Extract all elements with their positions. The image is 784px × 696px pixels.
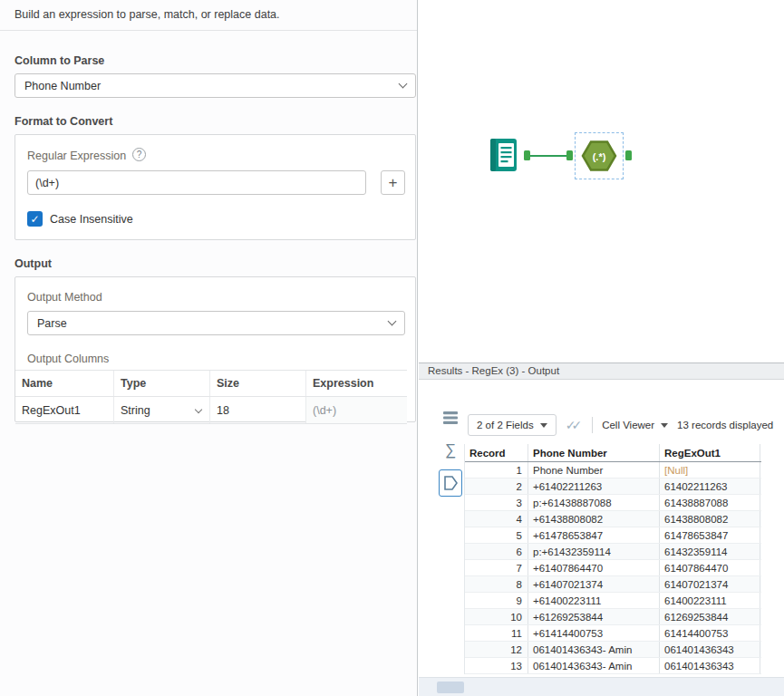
record-number-cell[interactable]: 3 bbox=[465, 495, 528, 510]
phone-number-cell[interactable]: 061401436343- Amin bbox=[528, 642, 660, 657]
record-number-cell[interactable]: 13 bbox=[465, 658, 528, 673]
caret-down-icon bbox=[661, 423, 668, 428]
case-insensitive-checkbox[interactable]: ✓ bbox=[27, 211, 43, 227]
fields-dropdown[interactable]: 2 of 2 Fields bbox=[468, 414, 557, 436]
column-header-regexout1[interactable]: RegExOut1 bbox=[660, 444, 760, 461]
results-panel: Results - RegEx (3) - Output ∑ bbox=[419, 362, 784, 696]
regexout1-cell[interactable]: 61402211263 bbox=[660, 478, 760, 494]
caret-down-icon bbox=[540, 423, 547, 428]
chevron-down-icon bbox=[399, 80, 408, 89]
output-columns-label: Output Columns bbox=[27, 353, 109, 365]
cell-viewer-label: Cell Viewer bbox=[602, 420, 654, 430]
regexout1-cell[interactable]: 061401436343 bbox=[660, 658, 760, 673]
regexout1-cell[interactable]: 61432359114 bbox=[660, 544, 760, 559]
connection-line[interactable] bbox=[530, 155, 566, 157]
output-column-type-select[interactable]: String bbox=[114, 397, 210, 423]
text-input-tool-icon bbox=[488, 137, 520, 173]
phone-number-cell[interactable]: +61478653847 bbox=[528, 527, 660, 543]
add-expression-button[interactable]: + bbox=[381, 170, 405, 195]
regex-output-anchor[interactable] bbox=[625, 150, 632, 160]
regexout1-cell[interactable]: 061401436343 bbox=[660, 642, 760, 657]
record-number-cell[interactable]: 5 bbox=[465, 527, 528, 543]
regexout1-cell[interactable]: 61438887088 bbox=[660, 495, 760, 510]
cell-viewer-dropdown[interactable]: Cell Viewer bbox=[602, 420, 668, 430]
record-number-cell[interactable]: 1 bbox=[465, 462, 528, 478]
record-number-cell[interactable]: 2 bbox=[465, 478, 528, 494]
column-to-parse-label: Column to Parse bbox=[15, 54, 104, 67]
regexout1-cell[interactable]: 61269253844 bbox=[660, 609, 760, 624]
results-panel-title: Results - RegEx (3) - Output bbox=[419, 362, 784, 380]
phone-number-cell[interactable]: p:+61438887088 bbox=[528, 495, 660, 510]
phone-number-cell[interactable]: Phone Number bbox=[528, 462, 660, 478]
text-input-tool[interactable] bbox=[488, 137, 520, 173]
record-number-cell[interactable]: 6 bbox=[465, 544, 528, 559]
alteryx-designer-window: Build an expression to parse, match, or … bbox=[0, 0, 784, 696]
workflow-canvas[interactable]: (.*) bbox=[419, 0, 784, 362]
regexout1-cell[interactable]: 61478653847 bbox=[660, 527, 760, 543]
column-header-record[interactable]: Record bbox=[465, 444, 528, 461]
apply-checkmarks-icon[interactable]: ✓✓ bbox=[566, 418, 583, 432]
table-row: 13 061401436343- Amin 061401436343 bbox=[465, 658, 761, 674]
phone-number-cell[interactable]: +61407864470 bbox=[528, 560, 660, 575]
regex-input-anchor[interactable] bbox=[566, 150, 573, 160]
regexout1-cell[interactable]: 61407021374 bbox=[660, 576, 760, 592]
phone-number-cell[interactable]: +61402211263 bbox=[528, 478, 660, 494]
record-number-cell[interactable]: 4 bbox=[465, 511, 528, 527]
record-number-cell[interactable]: 12 bbox=[465, 642, 528, 657]
column-header-phone-number[interactable]: Phone Number bbox=[528, 444, 660, 461]
toolbar-separator bbox=[592, 417, 593, 433]
results-grid-header-row: Record Phone Number RegExOut1 bbox=[465, 444, 761, 462]
column-to-parse-select[interactable]: Phone Number bbox=[15, 73, 416, 98]
record-number-cell[interactable]: 8 bbox=[465, 576, 528, 592]
output-column-name-cell[interactable]: RegExOut1 bbox=[15, 397, 114, 423]
column-header-name: Name bbox=[15, 371, 114, 396]
table-row: 1 Phone Number [Null] bbox=[465, 462, 761, 478]
phone-number-cell[interactable]: p:+61432359114 bbox=[528, 544, 660, 559]
fields-dropdown-label: 2 of 2 Fields bbox=[477, 420, 534, 430]
horizontal-scrollbar[interactable] bbox=[419, 677, 784, 696]
output-group: Output Method Parse Output Columns Name … bbox=[15, 276, 416, 422]
help-icon[interactable]: ? bbox=[132, 148, 146, 161]
table-row: 10 +61269253844 61269253844 bbox=[465, 609, 761, 625]
regular-expression-input[interactable] bbox=[27, 170, 366, 195]
output-column-row: RegExOut1 String 18 (\d+) bbox=[15, 397, 407, 423]
record-number-cell[interactable]: 7 bbox=[465, 560, 528, 575]
regexout1-cell[interactable]: 61438808082 bbox=[660, 511, 760, 527]
results-main-area: 2 of 2 Fields ✓✓ Cell Viewer 13 records … bbox=[462, 380, 784, 677]
phone-number-cell[interactable]: +61438808082 bbox=[528, 511, 660, 527]
metadata-view-icon[interactable]: ∑ bbox=[442, 440, 459, 460]
regex-tool[interactable]: (.*) bbox=[575, 132, 624, 179]
record-number-cell[interactable]: 10 bbox=[465, 609, 528, 624]
results-grid-rows: 1 Phone Number [Null] 2 +61402211263 614… bbox=[465, 462, 761, 674]
output-column-size-cell[interactable]: 18 bbox=[210, 397, 306, 423]
column-to-parse-value: Phone Number bbox=[24, 80, 400, 92]
table-row: 8 +61407021374 61407021374 bbox=[465, 576, 761, 593]
record-number-cell[interactable]: 11 bbox=[465, 625, 528, 641]
output-method-label: Output Method bbox=[27, 291, 102, 304]
scrollbar-thumb[interactable] bbox=[437, 682, 464, 693]
output-method-select[interactable]: Parse bbox=[27, 311, 405, 335]
data-view-icon[interactable] bbox=[439, 469, 462, 497]
table-row: 11 +61414400753 61414400753 bbox=[465, 625, 761, 642]
record-number-cell[interactable]: 9 bbox=[465, 593, 528, 608]
text-input-output-anchor[interactable] bbox=[524, 150, 530, 160]
regexout1-cell[interactable]: 61414400753 bbox=[660, 625, 760, 641]
svg-text:(.*): (.*) bbox=[593, 151, 606, 162]
phone-number-cell[interactable]: 061401436343- Amin bbox=[528, 658, 660, 673]
phone-number-cell[interactable]: +61407021374 bbox=[528, 576, 660, 592]
regexout1-cell[interactable]: [Null] bbox=[660, 462, 760, 478]
table-row: 12 061401436343- Amin 061401436343 bbox=[465, 642, 761, 658]
column-header-expression: Expression bbox=[306, 371, 407, 396]
table-row: 3 p:+61438887088 61438887088 bbox=[465, 495, 761, 511]
records-displayed-text: 13 records displayed bbox=[677, 420, 773, 430]
phone-number-cell[interactable]: +61269253844 bbox=[528, 609, 660, 624]
case-insensitive-label: Case Insensitive bbox=[50, 213, 133, 226]
regexout1-cell[interactable]: 61400223111 bbox=[660, 593, 760, 608]
phone-number-cell[interactable]: +61414400753 bbox=[528, 625, 660, 641]
phone-number-cell[interactable]: +61400223111 bbox=[528, 593, 660, 608]
regexout1-cell[interactable]: 61407864470 bbox=[660, 560, 760, 575]
tool-description: Build an expression to parse, match, or … bbox=[15, 8, 406, 21]
format-to-convert-label: Format to Convert bbox=[15, 115, 112, 128]
rows-view-icon[interactable] bbox=[442, 410, 459, 426]
table-row: 5 +61478653847 61478653847 bbox=[465, 527, 761, 544]
